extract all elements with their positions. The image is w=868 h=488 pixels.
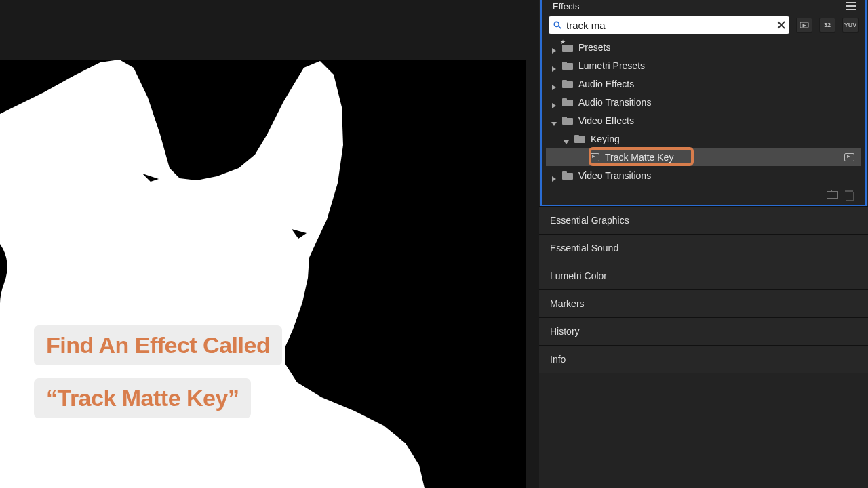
panel-history[interactable]: History bbox=[539, 317, 868, 345]
svg-marker-11 bbox=[551, 122, 557, 126]
chevron-down-icon bbox=[564, 136, 569, 142]
effects-panel: Effects 32 YUV Presets bbox=[540, 0, 867, 206]
tree-video-transitions[interactable]: Video Transitions bbox=[546, 166, 861, 184]
folder-icon bbox=[562, 62, 573, 70]
caption-line-2: “Track Matte Key” bbox=[34, 378, 251, 418]
chevron-right-icon bbox=[551, 173, 557, 178]
collapsed-panels: Essential Graphics Essential Sound Lumet… bbox=[539, 206, 868, 373]
effects-search-box[interactable] bbox=[549, 16, 789, 34]
delete-icon[interactable] bbox=[845, 190, 853, 199]
program-monitor: Find An Effect Called “Track Matte Key” bbox=[0, 0, 539, 488]
chevron-down-icon bbox=[551, 118, 557, 123]
panel-lumetri-color[interactable]: Lumetri Color bbox=[539, 262, 868, 289]
folder-icon bbox=[574, 135, 585, 143]
svg-marker-7 bbox=[552, 48, 556, 54]
tree-track-matte-key[interactable]: Track Matte Key bbox=[546, 148, 861, 166]
panel-markers[interactable]: Markers bbox=[539, 289, 868, 317]
panel-essential-sound[interactable]: Essential Sound bbox=[539, 234, 868, 262]
effects-search-input[interactable] bbox=[566, 20, 773, 31]
preview-canvas bbox=[0, 60, 526, 488]
tree-audio-effects[interactable]: Audio Effects bbox=[546, 75, 861, 93]
side-panels: Effects 32 YUV Presets bbox=[539, 0, 868, 488]
svg-marker-12 bbox=[564, 140, 569, 144]
folder-icon bbox=[562, 117, 573, 125]
svg-marker-8 bbox=[552, 66, 556, 72]
chevron-right-icon bbox=[551, 100, 557, 105]
32bit-toggle[interactable]: 32 bbox=[819, 18, 835, 33]
panel-essential-graphics[interactable]: Essential Graphics bbox=[539, 206, 868, 234]
accelerated-effects-toggle[interactable] bbox=[796, 18, 812, 33]
tree-video-effects[interactable]: Video Effects bbox=[546, 111, 861, 129]
svg-marker-6 bbox=[803, 24, 806, 27]
preset-folder-icon bbox=[562, 43, 573, 52]
search-icon bbox=[553, 20, 562, 30]
svg-point-1 bbox=[554, 22, 559, 26]
yuv-toggle[interactable]: YUV bbox=[842, 18, 859, 33]
svg-marker-13 bbox=[552, 176, 556, 182]
svg-marker-9 bbox=[552, 85, 556, 90]
clear-search-icon[interactable] bbox=[777, 21, 785, 29]
chevron-right-icon bbox=[551, 81, 557, 87]
chevron-right-icon bbox=[551, 63, 557, 68]
folder-icon bbox=[562, 98, 573, 106]
effects-panel-title: Effects bbox=[553, 1, 845, 12]
tree-keying[interactable]: Keying bbox=[546, 129, 861, 148]
panel-menu-icon[interactable] bbox=[845, 2, 856, 10]
folder-icon bbox=[562, 80, 573, 88]
folder-icon bbox=[562, 171, 573, 180]
panel-info[interactable]: Info bbox=[539, 345, 868, 373]
tree-lumetri-presets[interactable]: Lumetri Presets bbox=[546, 56, 861, 75]
svg-marker-10 bbox=[552, 103, 556, 108]
spacer bbox=[578, 155, 584, 160]
effect-icon bbox=[589, 153, 599, 161]
tree-audio-transitions[interactable]: Audio Transitions bbox=[546, 93, 861, 111]
caption-line-1: Find An Effect Called bbox=[34, 325, 282, 365]
new-bin-icon[interactable] bbox=[827, 190, 837, 197]
chevron-right-icon bbox=[551, 45, 557, 50]
effects-tree: Presets Lumetri Presets Audio Effects Au… bbox=[546, 38, 861, 186]
accelerated-badge-icon bbox=[844, 153, 854, 161]
svg-line-2 bbox=[559, 26, 561, 29]
tree-presets[interactable]: Presets bbox=[546, 38, 861, 56]
